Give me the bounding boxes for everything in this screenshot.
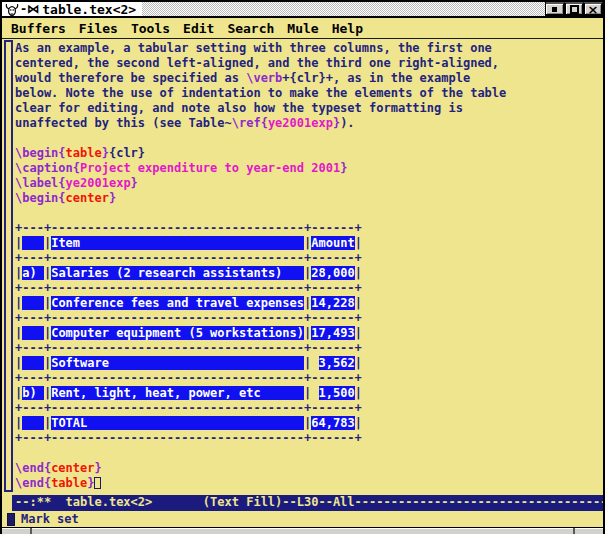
text-cursor (94, 477, 101, 489)
scrollbar-thumb[interactable] (4, 40, 13, 492)
buffer-line: below. Note the use of indentation to ma… (15, 86, 603, 101)
minibuffer[interactable]: Mark set (2, 511, 603, 527)
menu-item-help[interactable]: Help (332, 21, 363, 36)
gnu-emacs-icon (4, 2, 20, 16)
menubar: BuffersFilesToolsEditSearchMuleHelp (2, 18, 603, 39)
buffer-line: \begin{table}{clr} (15, 146, 603, 161)
close-button[interactable]: × (584, 2, 603, 16)
close-icon: × (588, 5, 599, 14)
buffer-line (15, 446, 603, 461)
buffer-line: +---+-----------------------------------… (15, 401, 603, 416)
buffer-line: | |TOTAL |64,783| (15, 416, 603, 431)
buffer-line: | |Computer equipment (5 workstations)|1… (15, 326, 603, 341)
text-area[interactable]: As an example, a tabular setting with th… (14, 39, 603, 495)
menu-item-edit[interactable]: Edit (183, 21, 214, 36)
emacs-window: -⋈ table.tex<2> × BuffersFilesToolsEditS… (0, 0, 605, 534)
titlebar[interactable]: -⋈ table.tex<2> × (2, 2, 603, 18)
minibuffer-cursor (7, 513, 15, 526)
buffer-line: \end{table} (15, 476, 603, 491)
window-title: table.tex<2> (42, 2, 142, 17)
buffer-line: \begin{center} (15, 191, 603, 206)
buffer-line: clear for editing, and note also how the… (15, 101, 603, 116)
titlebar-drag-area[interactable] (142, 2, 545, 16)
buffer-line: As an example, a tabular setting with th… (15, 41, 603, 56)
minimize-icon (552, 7, 557, 12)
menu-item-files[interactable]: Files (79, 21, 118, 36)
buffer-line (15, 206, 603, 221)
buffer-line: | |Conference fees and travel expenses|1… (15, 296, 603, 311)
buffer-line: centered, the second left-aligned, and t… (15, 56, 603, 71)
resize-notch-left (30, 528, 32, 534)
buffer-line: | |Item |Amount| (15, 236, 603, 251)
window-controls: × (545, 2, 603, 16)
buffer-line: +---+-----------------------------------… (15, 311, 603, 326)
buffer-line: +---+-----------------------------------… (15, 251, 603, 266)
buffer-line: |a) |Salaries (2 research assistants) |2… (15, 266, 603, 281)
buffer-line: | |Software | 3,562| (15, 356, 603, 371)
mode-line[interactable]: --:** table.tex<2> (Text Fill)--L30--All… (12, 495, 603, 511)
menu-item-mule[interactable]: Mule (287, 21, 318, 36)
minibuffer-message: Mark set (21, 512, 79, 526)
buffer-line: +---+-----------------------------------… (15, 431, 603, 446)
buffer-line: +---+-----------------------------------… (15, 281, 603, 296)
buffer-line: |b) |Rent, light, heat, power, etc | 1,5… (15, 386, 603, 401)
minimize-button[interactable] (546, 2, 565, 16)
buffer-line: \label{ye2001exp} (15, 176, 603, 191)
menu-item-search[interactable]: Search (227, 21, 274, 36)
buffer-line: +---+-----------------------------------… (15, 371, 603, 386)
menu-item-tools[interactable]: Tools (131, 21, 170, 36)
titlebar-left: -⋈ table.tex<2> (2, 2, 142, 16)
buffer-line: +---+-----------------------------------… (15, 341, 603, 356)
buffer-line: \end{center} (15, 461, 603, 476)
buffer-line: would therefore be specified as \verb+{c… (15, 71, 603, 86)
buffer-line: unaffected by this (see Table~\ref{ye200… (15, 116, 603, 131)
bottom-resize-bar[interactable] (2, 527, 603, 534)
scrollbar[interactable] (2, 39, 14, 495)
buffer-line: \caption{Project expenditure to year-end… (15, 161, 603, 176)
maximize-button[interactable] (565, 2, 584, 16)
menu-item-buffers[interactable]: Buffers (11, 21, 66, 36)
buffer-line (15, 131, 603, 146)
resize-notch-right (573, 528, 575, 534)
buffer-window: As an example, a tabular setting with th… (2, 39, 603, 495)
buffer-line: +---+-----------------------------------… (15, 221, 603, 236)
window-pin-icon: -⋈ (20, 2, 39, 16)
maximize-icon (570, 5, 579, 14)
